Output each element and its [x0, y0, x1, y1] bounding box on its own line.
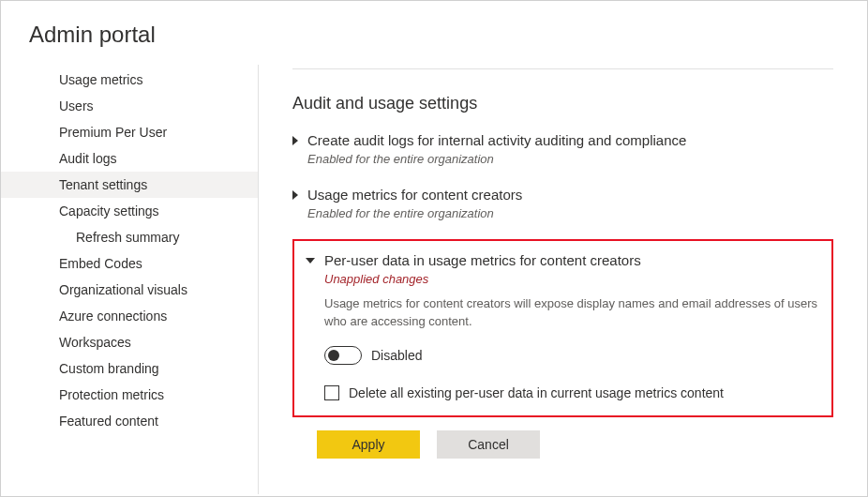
cancel-button[interactable]: Cancel: [437, 430, 540, 459]
sidebar-item-premium-per-user[interactable]: Premium Per User: [1, 119, 258, 145]
sidebar-item-refresh-summary[interactable]: Refresh summary: [1, 224, 258, 250]
apply-button[interactable]: Apply: [317, 430, 420, 459]
sidebar-item-usage-metrics[interactable]: Usage metrics: [1, 67, 258, 93]
checkbox-row: Delete all existing per-user data in cur…: [324, 385, 820, 400]
setting-status: Enabled for the entire organization: [307, 206, 522, 220]
checkbox-label: Delete all existing per-user data in cur…: [349, 385, 724, 400]
caret-right-icon: [292, 136, 298, 145]
toggle-label: Disabled: [371, 348, 422, 363]
setting-status: Enabled for the entire organization: [307, 152, 686, 166]
sidebar-item-users[interactable]: Users: [1, 93, 258, 119]
setting-title: Usage metrics for content creators: [307, 185, 522, 204]
sidebar-item-protection-metrics[interactable]: Protection metrics: [1, 382, 258, 408]
toggle-row: Disabled: [324, 346, 820, 365]
setting-title: Per-user data in usage metrics for conte…: [324, 250, 820, 270]
delete-data-checkbox[interactable]: [324, 385, 339, 400]
sidebar-item-custom-branding[interactable]: Custom branding: [1, 355, 258, 382]
unapplied-changes-label: Unapplied changes: [324, 272, 820, 286]
page-title: Admin portal: [1, 1, 867, 65]
setting-per-user-data[interactable]: Per-user data in usage metrics for conte…: [306, 250, 820, 400]
setting-title: Create audit logs for internal activity …: [307, 130, 686, 150]
sidebar-item-workspaces[interactable]: Workspaces: [1, 329, 258, 355]
setting-description: Usage metrics for content creators will …: [324, 295, 820, 331]
toggle-knob-icon: [328, 350, 339, 361]
main-content: Audit and usage settings Create audit lo…: [259, 65, 867, 494]
sidebar-item-featured-content[interactable]: Featured content: [1, 408, 258, 434]
button-row: Apply Cancel: [292, 430, 833, 459]
setting-usage-metrics[interactable]: Usage metrics for content creators Enabl…: [292, 185, 833, 220]
section-title: Audit and usage settings: [292, 94, 833, 113]
sidebar-item-embed-codes[interactable]: Embed Codes: [1, 250, 258, 277]
caret-right-icon: [292, 190, 298, 200]
caret-down-icon: [306, 258, 315, 264]
expanded-setting-box: Per-user data in usage metrics for conte…: [292, 239, 833, 417]
sidebar-item-organizational-visuals[interactable]: Organizational visuals: [1, 277, 258, 303]
sidebar-item-audit-logs[interactable]: Audit logs: [1, 145, 258, 172]
sidebar-item-capacity-settings[interactable]: Capacity settings: [1, 198, 258, 224]
sidebar-item-tenant-settings[interactable]: Tenant settings: [1, 172, 258, 198]
divider: [292, 68, 833, 69]
disabled-toggle[interactable]: [324, 346, 362, 365]
setting-audit-logs[interactable]: Create audit logs for internal activity …: [292, 130, 833, 166]
sidebar-item-azure-connections[interactable]: Azure connections: [1, 303, 258, 329]
sidebar: Usage metricsUsersPremium Per UserAudit …: [1, 65, 259, 494]
